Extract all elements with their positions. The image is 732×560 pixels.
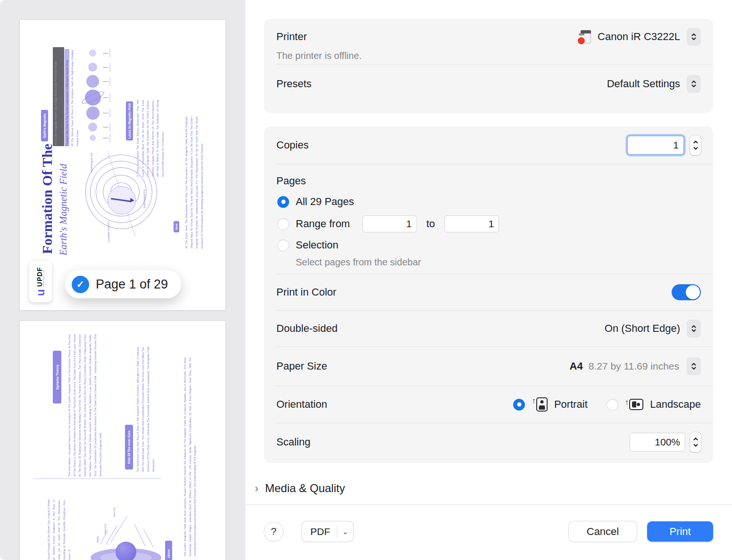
- check-icon: ✓: [72, 276, 89, 293]
- help-icon: ?: [271, 526, 276, 538]
- thumb-paragraph: The Most Widely - Accepted Theory For Th…: [67, 334, 116, 477]
- double-sided-dropdown-stepper[interactable]: [687, 320, 701, 338]
- pages-selection-hint: Select pages from the sidebar: [296, 257, 421, 268]
- pages-range-radio[interactable]: [277, 218, 289, 230]
- media-quality-label: Media & Quality: [265, 482, 345, 495]
- selected-text-block: The Earth's Magnetic Field Is Like A Hug…: [53, 47, 64, 146]
- orientation-landscape-label: Landscape: [650, 398, 701, 411]
- paper-size-label: Paper Size: [276, 360, 327, 372]
- range-to-input[interactable]: [444, 215, 499, 232]
- up-arrow-icon: ↑: [625, 398, 629, 407]
- pages-all-radio[interactable]: [277, 196, 289, 208]
- scaling-input[interactable]: [630, 433, 685, 452]
- pdf-label: PDF: [302, 526, 337, 537]
- document-title-line2: Earth's Magnetic Field: [58, 164, 70, 255]
- scaling-stepper[interactable]: [690, 432, 701, 452]
- range-to-word: to: [426, 218, 435, 230]
- core-sphere: [116, 542, 136, 560]
- section-chip: Wind: [174, 221, 179, 232]
- options-card: Copies Pages All 29 Pages Range from: [264, 126, 713, 463]
- chevron-down-icon: ⌄: [337, 528, 353, 535]
- chevron-right-icon: ›: [255, 482, 258, 495]
- page-thumbnail-2[interactable]: Dynamo Theory The Most Widely - Accepted…: [20, 321, 225, 560]
- copies-stepper[interactable]: [690, 135, 701, 155]
- presets-dropdown-stepper[interactable]: [687, 75, 701, 93]
- document-title-line1: Formation Of The: [39, 168, 58, 254]
- diagram-label: North Magnetic Pole: [91, 153, 95, 172]
- orientation-portrait-radio[interactable]: [513, 399, 525, 411]
- thumb-divider: [34, 478, 162, 479]
- planet: [86, 107, 100, 120]
- printer-status-text: The printer is offline.: [276, 50, 362, 61]
- compass-needle-tip: [130, 198, 134, 203]
- print-in-color-toggle[interactable]: [672, 284, 701, 300]
- page-count-text: Page 1 of 29: [96, 277, 168, 292]
- thumb-paragraph: The Earth's Magnetic Field Date Back Cen…: [183, 357, 202, 556]
- diagram-label: Outer Core: [104, 515, 108, 534]
- thumb-paragraph: The Solid Inner Core Also Plays A Role I…: [135, 347, 165, 472]
- print-settings-panel: Printer Canon iR C3222L The printer is o…: [245, 0, 732, 560]
- updf-url: WWW.UPDF.COM: [43, 270, 45, 287]
- pages-selection-label: Selection: [296, 239, 339, 251]
- diagram-label: Mantle: [97, 527, 101, 543]
- planet: [88, 123, 97, 132]
- updf-name: UPDF: [36, 267, 43, 287]
- section-chip: Dynamo Theory: [53, 351, 61, 404]
- scaling-label: Scaling: [276, 436, 310, 448]
- presets-label: Presets: [276, 78, 312, 90]
- pages-range-label: Range from: [296, 218, 350, 230]
- printer-label: Printer: [276, 31, 307, 43]
- dialog-footer: ? PDF ⌄ Cancel Print: [245, 504, 732, 560]
- orientation-label: Orientation: [276, 398, 327, 411]
- print-in-color-label: Print in Color: [276, 286, 336, 298]
- printer-dropdown-stepper[interactable]: [687, 28, 701, 46]
- double-sided-value: On (Short Edge): [605, 322, 680, 335]
- planet: [86, 75, 99, 88]
- diagram-label: Inner Core: [113, 498, 117, 517]
- thumb-paragraph: ld, A Crucial Feature Of Our Planet, Has…: [46, 500, 78, 560]
- section-chip: Loses its Magnetic Field: [126, 101, 133, 140]
- updf-logo-icon: u: [35, 289, 46, 296]
- paper-size-value: A4: [570, 360, 583, 372]
- media-quality-section[interactable]: › Media & Quality: [255, 482, 345, 495]
- section-chip: Role Of The Inner Core: [125, 425, 133, 469]
- page-thumbnail-1[interactable]: The Earth's Magnetic Field Is Like A Hug…: [20, 20, 225, 310]
- planet: [90, 135, 96, 141]
- landscape-page-icon: [629, 399, 643, 410]
- offline-indicator-dot: [578, 37, 585, 44]
- orientation-landscape-radio[interactable]: [607, 399, 618, 411]
- diagram-label: Geographic South Pole: [108, 222, 112, 242]
- pages-all-label: All 29 Pages: [296, 196, 354, 208]
- presets-value: Default Settings: [607, 78, 680, 90]
- page-count-badge: ✓ Page 1 of 29: [65, 270, 181, 298]
- paper-size-dimensions: 8.27 by 11.69 inches: [589, 361, 679, 372]
- double-sided-label: Double-sided: [276, 322, 338, 335]
- portrait-page-icon: [536, 397, 548, 412]
- section-chip: ctives: [165, 541, 172, 560]
- section-chip: Earth's Magnetic: [41, 110, 48, 141]
- printer-value: Canon iR C3222L: [598, 31, 680, 43]
- pages-selection-radio[interactable]: [277, 239, 289, 251]
- page-preview-sidebar: The Earth's Magnetic Field Is Like A Hug…: [0, 0, 245, 560]
- printer-status-icon: [578, 29, 592, 44]
- thumb-paragraph: Of The Various Types Of Rays In The Univ…: [70, 50, 81, 146]
- paper-size-dropdown-stepper[interactable]: [687, 357, 701, 375]
- printer-card: Printer Canon iR C3222L The printer is o…: [264, 19, 713, 113]
- print-button[interactable]: Print: [647, 521, 713, 542]
- pdf-menu-button[interactable]: PDF ⌄: [302, 521, 353, 542]
- thumb-paragraph: At The Same Time, The Atmosphere Will Al…: [184, 116, 210, 248]
- help-button[interactable]: ?: [264, 522, 283, 541]
- print-dialog: The Earth's Magnetic Field Is Like A Hug…: [0, 0, 732, 560]
- up-arrow-icon: ↑: [532, 396, 536, 406]
- planet: [89, 49, 96, 57]
- pages-label: Pages: [276, 175, 306, 187]
- range-from-input[interactable]: [362, 215, 417, 232]
- planet: [88, 63, 97, 72]
- copies-input[interactable]: [627, 136, 684, 155]
- highlighted-text-line: Playing A Vital Role In The Cosmic Envir…: [65, 49, 69, 146]
- updf-watermark: u UPDF WWW.UPDF.COM: [29, 261, 52, 302]
- diagram-label: South Magnetic Pole: [143, 189, 148, 208]
- orientation-portrait-label: Portrait: [554, 398, 588, 411]
- cancel-button[interactable]: Cancel: [569, 521, 637, 542]
- copies-label: Copies: [276, 139, 308, 151]
